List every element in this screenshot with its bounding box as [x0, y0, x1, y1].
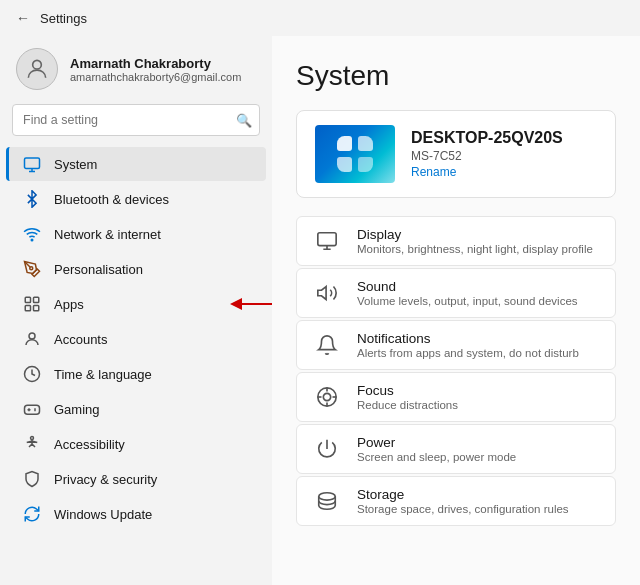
svg-point-2: [31, 239, 33, 241]
svg-rect-1: [25, 158, 40, 169]
sidebar-item-bluetooth[interactable]: Bluetooth & devices: [6, 182, 266, 216]
svg-rect-4: [25, 297, 30, 302]
sidebar-item-bluetooth-label: Bluetooth & devices: [54, 192, 169, 207]
notifications-title: Notifications: [357, 331, 579, 346]
notifications-desc: Alerts from apps and system, do not dist…: [357, 347, 579, 359]
focus-icon: [313, 383, 341, 411]
avatar: [16, 48, 58, 90]
search-box: 🔍: [12, 104, 260, 136]
notifications-text: Notifications Alerts from apps and syste…: [357, 331, 579, 359]
user-name: Amarnath Chakraborty: [70, 56, 241, 71]
svg-rect-14: [318, 233, 336, 246]
sidebar-item-gaming-label: Gaming: [54, 402, 100, 417]
sidebar-item-gaming[interactable]: Gaming: [6, 392, 266, 426]
svg-point-17: [323, 393, 330, 400]
personalisation-icon: [22, 259, 42, 279]
svg-rect-5: [34, 297, 39, 302]
sidebar-item-apps[interactable]: Apps: [6, 287, 266, 321]
pc-rename-link[interactable]: Rename: [411, 165, 563, 179]
user-email: amarnathchakraborty6@gmail.com: [70, 71, 241, 83]
settings-item-storage[interactable]: Storage Storage space, drives, configura…: [296, 476, 616, 526]
sidebar-item-accessibility-label: Accessibility: [54, 437, 125, 452]
sidebar-item-apps-label: Apps: [54, 297, 84, 312]
sidebar-item-system[interactable]: System: [6, 147, 266, 181]
title-bar-label: Settings: [40, 11, 87, 26]
sound-title: Sound: [357, 279, 578, 294]
settings-list: Display Monitors, brightness, night ligh…: [296, 216, 616, 526]
svg-point-13: [31, 437, 34, 440]
privacy-icon: [22, 469, 42, 489]
pc-name: DESKTOP-25QV20S: [411, 129, 563, 147]
display-text: Display Monitors, brightness, night ligh…: [357, 227, 593, 255]
sidebar-item-network[interactable]: Network & internet: [6, 217, 266, 251]
focus-text: Focus Reduce distractions: [357, 383, 458, 411]
user-info: Amarnath Chakraborty amarnathchakraborty…: [70, 56, 241, 83]
accessibility-icon: [22, 434, 42, 454]
content-area: System DESKTOP-25QV20S MS-7C52 Rename: [272, 36, 640, 585]
svg-point-10: [29, 333, 35, 339]
sidebar-item-personalisation-label: Personalisation: [54, 262, 143, 277]
display-title: Display: [357, 227, 593, 242]
apps-icon: [22, 294, 42, 314]
time-icon: [22, 364, 42, 384]
power-text: Power Screen and sleep, power mode: [357, 435, 516, 463]
sound-text: Sound Volume levels, output, input, soun…: [357, 279, 578, 307]
sidebar-item-network-label: Network & internet: [54, 227, 161, 242]
svg-point-3: [30, 267, 33, 270]
storage-text: Storage Storage space, drives, configura…: [357, 487, 569, 515]
network-icon: [22, 224, 42, 244]
notifications-icon: [313, 331, 341, 359]
sidebar-item-update[interactable]: Windows Update: [6, 497, 266, 531]
sound-icon: [313, 279, 341, 307]
storage-desc: Storage space, drives, configuration rul…: [357, 503, 569, 515]
bluetooth-icon: [22, 189, 42, 209]
update-icon: [22, 504, 42, 524]
settings-item-power[interactable]: Power Screen and sleep, power mode: [296, 424, 616, 474]
main-layout: Amarnath Chakraborty amarnathchakraborty…: [0, 36, 640, 585]
settings-item-notifications[interactable]: Notifications Alerts from apps and syste…: [296, 320, 616, 370]
display-icon: [313, 227, 341, 255]
sidebar-item-time[interactable]: Time & language: [6, 357, 266, 391]
svg-rect-6: [25, 306, 30, 311]
sidebar-item-personalisation[interactable]: Personalisation: [6, 252, 266, 286]
settings-item-focus[interactable]: Focus Reduce distractions: [296, 372, 616, 422]
sidebar-item-accessibility[interactable]: Accessibility: [6, 427, 266, 461]
svg-rect-7: [34, 306, 39, 311]
user-profile[interactable]: Amarnath Chakraborty amarnathchakraborty…: [0, 36, 272, 104]
sidebar-item-accounts[interactable]: Accounts: [6, 322, 266, 356]
sidebar-item-time-label: Time & language: [54, 367, 152, 382]
back-button[interactable]: ←: [16, 10, 30, 26]
sidebar-nav: System Bluetooth & devices: [0, 146, 272, 532]
power-icon: [313, 435, 341, 463]
page-title: System: [296, 60, 616, 92]
svg-marker-15: [318, 287, 326, 300]
sidebar-item-system-label: System: [54, 157, 97, 172]
sidebar-item-privacy-label: Privacy & security: [54, 472, 157, 487]
power-desc: Screen and sleep, power mode: [357, 451, 516, 463]
power-title: Power: [357, 435, 516, 450]
display-desc: Monitors, brightness, night light, displ…: [357, 243, 593, 255]
pc-thumbnail: [315, 125, 395, 183]
gaming-icon: [22, 399, 42, 419]
storage-title: Storage: [357, 487, 569, 502]
settings-item-sound[interactable]: Sound Volume levels, output, input, soun…: [296, 268, 616, 318]
pc-info: DESKTOP-25QV20S MS-7C52 Rename: [411, 129, 563, 179]
svg-rect-12: [25, 405, 40, 414]
accounts-icon: [22, 329, 42, 349]
sidebar-item-privacy[interactable]: Privacy & security: [6, 462, 266, 496]
pc-model: MS-7C52: [411, 149, 563, 163]
focus-desc: Reduce distractions: [357, 399, 458, 411]
sound-desc: Volume levels, output, input, sound devi…: [357, 295, 578, 307]
settings-item-display[interactable]: Display Monitors, brightness, night ligh…: [296, 216, 616, 266]
storage-icon: [313, 487, 341, 515]
system-icon: [22, 154, 42, 174]
sidebar-item-accounts-label: Accounts: [54, 332, 107, 347]
sidebar: Amarnath Chakraborty amarnathchakraborty…: [0, 36, 272, 585]
svg-point-23: [319, 493, 336, 500]
pc-card: DESKTOP-25QV20S MS-7C52 Rename: [296, 110, 616, 198]
focus-title: Focus: [357, 383, 458, 398]
title-bar: ← Settings: [0, 0, 640, 36]
search-input[interactable]: [12, 104, 260, 136]
arrow-annotation: [228, 292, 272, 316]
svg-point-0: [33, 60, 42, 69]
